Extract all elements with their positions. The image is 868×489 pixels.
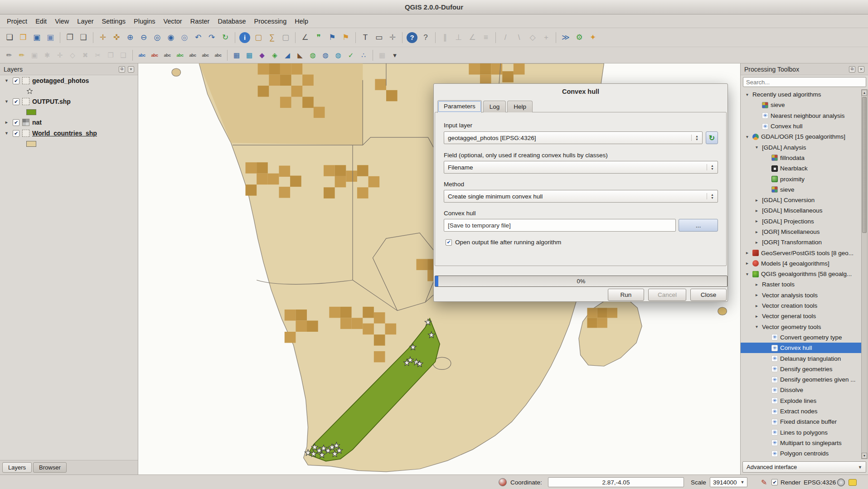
field-combo[interactable]: Filename ▲▼ [444, 161, 718, 174]
input-layer-combo[interactable]: geotagged_photos [EPSG:4326] ▲▼ [444, 131, 703, 144]
save-project-icon[interactable]: ▣ [30, 31, 43, 44]
zoom-full-extent-icon[interactable]: ◎ [151, 31, 164, 44]
heatmap-icon[interactable]: ▦ [231, 49, 242, 61]
toolbox-item-convert-geometry-type[interactable]: Convert geometry type [741, 332, 861, 343]
edit-pen-icon[interactable]: ✎ [761, 475, 767, 489]
text-annotation-icon[interactable]: T [359, 31, 372, 44]
coordinate-input[interactable] [548, 477, 684, 487]
toolbox-item-models-4-geoalgorithms[interactable]: ►Models [4 geoalgorithms] [741, 258, 861, 269]
toolbox-item-nearest-neighbour-analysis[interactable]: Nearest neighbour analysis [741, 111, 861, 121]
toolbox-item-gdal-miscellaneous[interactable]: ►[GDAL] Miscellaneous [741, 205, 861, 216]
layer-row-nat[interactable]: ► ✔ nat [0, 117, 138, 128]
web-service-teal-icon[interactable]: ◍ [332, 49, 344, 61]
panel-close-icon[interactable]: ✕ [858, 66, 864, 73]
expand-arrow-icon[interactable]: ► [754, 208, 760, 213]
topology-checker-icon[interactable]: ✓ [345, 49, 357, 61]
toggle-editing-icon[interactable]: ✏ [16, 49, 28, 61]
status-sphere-icon[interactable] [499, 475, 507, 489]
collapse-arrow-icon[interactable]: ▼ [5, 99, 10, 104]
toolbox-item-raster-tools[interactable]: ►Raster tools [741, 279, 861, 290]
zoom-last-icon[interactable]: ↶ [192, 31, 204, 44]
zoom-out-icon[interactable]: ⊖ [137, 31, 150, 44]
road-graph-icon[interactable]: ∴ [358, 49, 369, 61]
refresh-map-icon[interactable]: ↻ [219, 31, 232, 44]
toolbox-item-vector-analysis-tools[interactable]: ►Vector analysis tools [741, 290, 861, 300]
identify-features-icon[interactable]: i [239, 32, 250, 43]
tab-parameters[interactable]: Parameters [437, 100, 482, 113]
expand-arrow-icon[interactable]: ► [754, 219, 760, 223]
toolbox-item-gdal-ogr-15-geoalgorithms[interactable]: ▼GDAL/OGR [15 geoalgorithms] [741, 131, 861, 142]
toolbox-item-delaunay-triangulation[interactable]: Delaunay triangulation [741, 353, 861, 363]
toolbar-overflow-icon[interactable]: ▾ [389, 49, 401, 61]
measure-line-icon[interactable]: ∠ [299, 31, 311, 44]
open-project-icon[interactable]: ❒ [17, 31, 29, 44]
refresh-layer-button[interactable]: ↻ [706, 131, 718, 144]
toolbox-item-proximity[interactable]: proximity [741, 174, 861, 184]
toolbox-item-gdal-analysis[interactable]: ▼[GDAL] Analysis [741, 142, 861, 152]
menu-help[interactable]: Help [291, 16, 312, 27]
pan-map-icon[interactable]: ✛ [97, 31, 109, 44]
expand-arrow-icon[interactable]: ► [754, 314, 760, 319]
toolbox-item-recently-used-algorithms[interactable]: ▼Recently used algorithms [741, 89, 861, 100]
toolbox-item-gdal-projections[interactable]: ►[GDAL] Projections [741, 216, 861, 227]
expand-arrow-icon[interactable]: ► [754, 230, 760, 234]
toolbox-item-vector-general-tools[interactable]: ►Vector general tools [741, 311, 861, 321]
deselect-all-icon[interactable]: ▢ [279, 31, 292, 44]
new-project-icon[interactable]: ❏ [3, 31, 16, 44]
toolbox-item-gdal-conversion[interactable]: ►[GDAL] Conversion [741, 195, 861, 205]
interface-mode-combo[interactable]: Advanced interface ▼ [742, 461, 866, 473]
expand-arrow-icon[interactable]: ► [5, 120, 10, 125]
method-combo[interactable]: Create single minimum convex hull ▲▼ [444, 190, 718, 203]
toolbox-item-geoserver-postgis-tools-8-geo[interactable]: ►GeoServer/PostGIS tools [8 geo... [741, 247, 861, 258]
toolbox-item-fixed-distance-buffer[interactable]: Fixed distance buffer [741, 416, 861, 427]
toolbox-item-dissolve[interactable]: Dissolve [741, 385, 861, 395]
toolbox-item-ogr-miscellaneous[interactable]: ►[OGR] Miscellaneous [741, 227, 861, 237]
toolbox-item-vector-creation-tools[interactable]: ►Vector creation tools [741, 300, 861, 311]
label-highlight-icon[interactable]: abc [174, 49, 186, 61]
interpolation-icon[interactable]: ◢ [281, 49, 293, 61]
menu-project[interactable]: Project [3, 16, 31, 27]
new-bookmark-icon[interactable]: ⚑ [326, 31, 339, 44]
new-print-composer-icon[interactable]: ❐ [63, 31, 76, 44]
layer-visibility-checkbox[interactable]: ✔ [13, 98, 19, 105]
toolbox-item-sieve[interactable]: sieve [741, 184, 861, 195]
scroll-up-icon[interactable]: ▲ [862, 90, 867, 96]
zoom-to-layer-icon[interactable]: ◎ [178, 31, 191, 44]
collapse-arrow-icon[interactable]: ▼ [744, 272, 750, 276]
expand-arrow-icon[interactable]: ► [744, 261, 750, 266]
layer-row-output-shp[interactable]: ▼ ✔ OUTPUT.shp [0, 96, 138, 107]
tab-layers[interactable]: Layers [2, 462, 32, 473]
toolbox-item-multipart-to-singleparts[interactable]: Multipart to singleparts [741, 438, 861, 448]
menu-view[interactable]: View [51, 16, 73, 27]
toolbox-item-extract-nodes[interactable]: Extract nodes [741, 406, 861, 416]
close-button[interactable]: Close [690, 289, 727, 301]
menu-edit[interactable]: Edit [31, 16, 51, 27]
label-pin-icon[interactable]: abc [161, 49, 173, 61]
expand-arrow-icon[interactable]: ► [754, 282, 760, 287]
collapse-arrow-icon[interactable]: ▼ [754, 145, 760, 150]
analysis-tool-icon[interactable]: ◆ [256, 49, 268, 61]
pan-to-selection-icon[interactable]: ✜ [110, 31, 123, 44]
plugin-manager-icon[interactable]: ⚙ [573, 31, 586, 44]
messages-icon[interactable] [849, 475, 857, 489]
toolbox-item-densify-geometries-given[interactable]: Densify geometries given ... [741, 374, 861, 385]
composer-manager-icon[interactable]: ❑ [77, 31, 90, 44]
toolbox-scrollbar[interactable]: ▲ ▼ [861, 89, 868, 459]
menu-layer[interactable]: Layer [73, 16, 97, 27]
menu-settings[interactable]: Settings [98, 16, 130, 27]
web-service-green-icon[interactable]: ◍ [307, 49, 319, 61]
tab-log[interactable]: Log [483, 101, 506, 112]
toolbox-item-fillnodata[interactable]: fillnodata [741, 153, 861, 163]
menu-database[interactable]: Database [213, 16, 250, 27]
tab-browser[interactable]: Browser [33, 462, 67, 473]
toolbox-item-ogr-transformation[interactable]: ►[OGR] Transformation [741, 237, 861, 247]
scroll-down-icon[interactable]: ▼ [862, 453, 867, 459]
menu-vector[interactable]: Vector [160, 16, 186, 27]
map-canvas[interactable]: Convex hull Parameters Log Help Input la… [138, 63, 740, 474]
form-annotation-icon[interactable]: ▭ [373, 31, 385, 44]
output-file-input[interactable]: [Save to temporary file] [444, 219, 676, 232]
menu-plugins[interactable]: Plugins [130, 16, 160, 27]
toolbox-item-polygon-centroids[interactable]: Polygon centroids [741, 448, 861, 459]
open-output-checkbox[interactable]: ✔ [446, 239, 452, 246]
web-service-blue-icon[interactable]: ◍ [320, 49, 331, 61]
